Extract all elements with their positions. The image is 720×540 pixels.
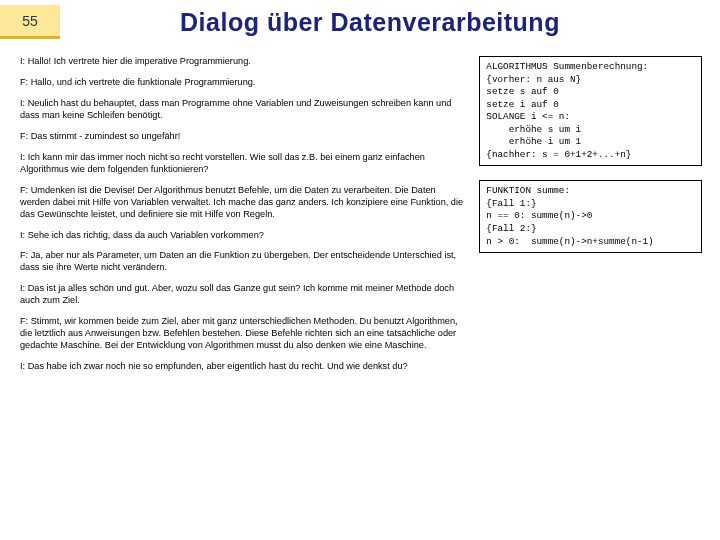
code-column: ALGORITHMUS Summenberechnung: {vorher: n…	[479, 56, 702, 382]
code-box-function: FUNKTION summe: {Fall 1:} n == 0: summe(…	[479, 180, 702, 253]
dialog-line: F: Stimmt, wir kommen beide zum Ziel, ab…	[20, 316, 465, 352]
dialog-column: I: Hallo! Ich vertrete hier die imperati…	[20, 56, 465, 382]
dialog-line: I: Hallo! Ich vertrete hier die imperati…	[20, 56, 465, 68]
dialog-line: I: Das ist ja alles schön und gut. Aber,…	[20, 283, 465, 307]
dialog-line: I: Ich kann mir das immer noch nicht so …	[20, 152, 465, 176]
dialog-line: I: Neulich hast du behauptet, dass man P…	[20, 98, 465, 122]
dialog-line: F: Hallo, und ich vertrete die funktiona…	[20, 77, 465, 89]
dialog-line: F: Das stimmt - zumindest so ungefähr!	[20, 131, 465, 143]
code-box-algorithm: ALGORITHMUS Summenberechnung: {vorher: n…	[479, 56, 702, 166]
slide: 55 Dialog über Datenverarbeitung I: Hall…	[0, 0, 720, 540]
dialog-line: I: Sehe ich das richtig, dass da auch Va…	[20, 230, 465, 242]
slide-header: 55 Dialog über Datenverarbeitung	[0, 0, 720, 44]
slide-number-text: 55	[22, 13, 38, 29]
slide-number: 55	[0, 5, 60, 39]
dialog-line: F: Umdenken ist die Devise! Der Algorith…	[20, 185, 465, 221]
dialog-line: I: Das habe ich zwar noch nie so empfund…	[20, 361, 465, 373]
slide-title: Dialog über Datenverarbeitung	[60, 8, 720, 37]
slide-content: I: Hallo! Ich vertrete hier die imperati…	[0, 44, 720, 382]
dialog-line: F: Ja, aber nur als Parameter, um Daten …	[20, 250, 465, 274]
